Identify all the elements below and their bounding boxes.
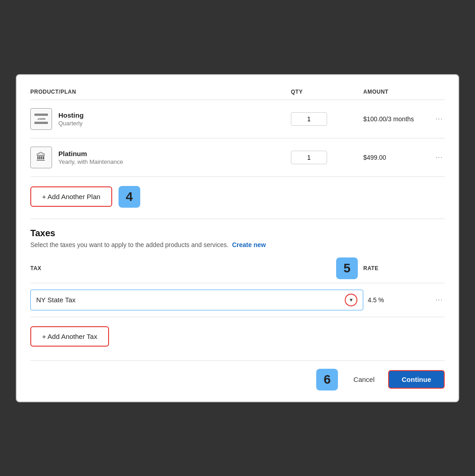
- add-another-tax-button[interactable]: + Add Another Tax: [30, 326, 109, 347]
- col-tax-header: TAX: [30, 265, 331, 271]
- add-another-plan-button[interactable]: + Add Another Plan: [30, 186, 112, 207]
- product-subtitle-platinum: Yearly, with Maintenance: [58, 158, 123, 165]
- more-options-tax[interactable]: ···: [434, 294, 445, 306]
- qty-field-hosting[interactable]: [291, 112, 327, 126]
- table-row: .com Hosting Quarterly $100.00/3 months …: [30, 100, 445, 138]
- col-amount-header: AMOUNT: [363, 89, 445, 95]
- table-row: 🏛 Platinum Yearly, with Maintenance $499…: [30, 138, 445, 177]
- section-divider: [30, 219, 445, 219]
- step4-badge: 4: [119, 186, 140, 208]
- tax-name-display: NY State Tax: [36, 296, 345, 304]
- more-options-platinum[interactable]: ···: [434, 152, 445, 163]
- more-options-hosting[interactable]: ···: [434, 113, 445, 125]
- product-info-platinum: 🏛 Platinum Yearly, with Maintenance: [30, 147, 291, 168]
- tax-rate-col: 4.5 % ···: [363, 294, 445, 306]
- platinum-icon: 🏛: [30, 147, 52, 168]
- taxes-description: Select the taxes you want to apply to th…: [30, 241, 445, 248]
- cancel-button[interactable]: Cancel: [345, 371, 383, 388]
- continue-button[interactable]: Continue: [388, 370, 445, 389]
- amount-hosting: $100.00/3 months ···: [363, 113, 445, 125]
- tax-select-wrapper: NY State Tax ▾: [30, 290, 363, 310]
- tax-dropdown-button[interactable]: ▾: [345, 294, 357, 306]
- amount-value-platinum: $499.00: [363, 154, 386, 161]
- create-new-link[interactable]: Create new: [232, 241, 266, 248]
- add-plan-row: + Add Another Plan 4: [30, 177, 445, 217]
- product-name-hosting: Hosting: [58, 111, 84, 119]
- step5-badge: 5: [336, 257, 358, 279]
- qty-field-platinum[interactable]: [291, 151, 327, 164]
- amount-value-hosting: $100.00/3 months: [363, 115, 414, 123]
- product-subtitle-hosting: Quarterly: [58, 120, 84, 127]
- col-product-header: PRODUCT/PLAN: [30, 89, 291, 95]
- qty-input-platinum[interactable]: [291, 151, 363, 164]
- tax-table-header: TAX 5 RATE: [30, 257, 445, 283]
- main-dialog: PRODUCT/PLAN QTY AMOUNT .com Hosting Qua…: [16, 74, 459, 402]
- product-info-hosting: .com Hosting Quarterly: [30, 108, 291, 130]
- col-rate-header: RATE: [363, 265, 445, 271]
- add-tax-row: + Add Another Tax: [30, 317, 445, 351]
- step6-badge: 6: [316, 369, 338, 390]
- footer-buttons: Cancel Continue: [345, 370, 445, 389]
- product-name-platinum: Platinum: [58, 150, 123, 157]
- taxes-section: Taxes Select the taxes you want to apply…: [30, 228, 445, 351]
- tax-row: NY State Tax ▾ 4.5 % ···: [30, 283, 445, 317]
- taxes-title: Taxes: [30, 228, 445, 238]
- hosting-icon: .com: [30, 108, 52, 130]
- table-header: PRODUCT/PLAN QTY AMOUNT: [30, 89, 445, 100]
- footer-row: 6 Cancel Continue: [30, 361, 445, 390]
- qty-input-hosting[interactable]: [291, 112, 363, 126]
- col-qty-header: QTY: [291, 89, 363, 95]
- amount-platinum: $499.00 ···: [363, 152, 445, 163]
- tax-rate-value: 4.5 %: [368, 296, 384, 304]
